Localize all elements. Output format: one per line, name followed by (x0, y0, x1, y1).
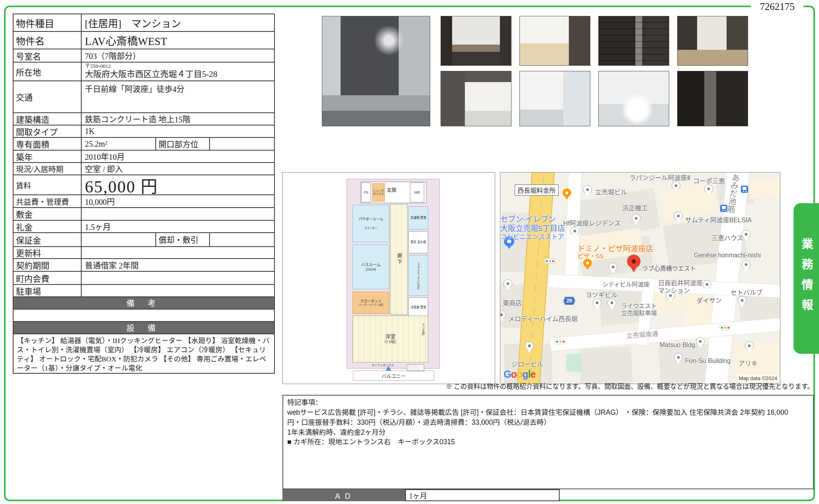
address: 大阪府大阪市西区立売堀４丁目5-28 (85, 69, 271, 79)
row-label: 号室名 (14, 49, 82, 62)
row-label: 共益費・管理費 (14, 195, 82, 207)
table-row: 号室名 703（7階部分） (14, 49, 274, 63)
map-label: セトバルブ (731, 287, 762, 297)
row-value (82, 247, 274, 258)
row-label: 築年 (14, 151, 82, 162)
logo-letter: o (517, 369, 522, 380)
table-row: 物件種目 [住居用] マンション (14, 14, 274, 32)
restaurant-pin-icon (583, 259, 592, 267)
map-label: Genêse honmachi-nishi (694, 252, 761, 259)
place-pin-icon (674, 212, 683, 220)
fridge-space: 冷蔵庫 置場 (408, 297, 428, 318)
table-row: 専有面積 25.2m² 開口部方位 (14, 138, 274, 151)
row-value: 2010年10月 (82, 151, 274, 162)
map-block (748, 178, 780, 199)
row-value (82, 208, 274, 220)
row-label: 更新料 (14, 247, 82, 258)
notes-section-header: 備 考 (14, 297, 274, 310)
special-notes-line: webサービス広告掲載 [許可]・チラシ、雑誌等掲載広告 [許可]・保証会社：日… (287, 408, 809, 418)
map-label: 三恵ハウス (711, 233, 743, 242)
place-pin-icon (593, 298, 602, 307)
water-heater: 電気 温水器 (408, 231, 428, 253)
notes-empty-row (14, 310, 274, 322)
row-value: 鉄筋コンクリート造 地上15階 (82, 113, 274, 125)
map-panel: 29 西長堀料金所 立売堀ビル 浜正機工 ラパンジール阿波座Ⅱ コーポ三恵 セブ… (500, 172, 780, 384)
hallway: 廊下 (390, 204, 408, 315)
place-pin-icon (525, 341, 534, 350)
row-label: 物件名 (14, 32, 82, 49)
row-label: 間取タイプ (14, 126, 82, 137)
row-label-2: 償却・敷引 (156, 233, 210, 246)
map-label: マンション (658, 285, 690, 295)
logo-letter: G (504, 369, 511, 380)
map-label: Hf阿波座レジデンス (563, 218, 621, 227)
row-value: LAV心斎橋WEST (82, 32, 274, 49)
map-label: 東商店 (503, 298, 522, 307)
table-row: 更新料 (14, 247, 274, 259)
google-logo: Google (504, 369, 535, 380)
equipment-section-header: 設 備 (14, 322, 274, 334)
row-value: 千日前線「阿波座」徒歩4分 (82, 81, 274, 112)
property-flyer-page: 7262175 物件種目 [住居用] マンション 物件名 LAV心斎橋WEST … (0, 0, 819, 504)
row-label: 専有面積 (14, 138, 82, 150)
row-label: 所在地 (14, 63, 82, 80)
bathroom-label: バスルーム (361, 263, 381, 267)
table-row: 共益費・管理費 10,000円 (14, 195, 274, 208)
row-value-2 (210, 233, 274, 246)
special-notes-box: 特記事項： webサービス広告掲載 [許可]・チラシ、雑誌等掲載広告 [許可]・… (282, 395, 814, 489)
pipe-space: PS (361, 182, 371, 202)
map-label: ジロービル (511, 359, 543, 369)
rent-value: 65,000 円 (82, 175, 274, 194)
place-pin-icon (609, 263, 617, 271)
row-value: [住居用] マンション (82, 14, 274, 31)
map-label-seven-eleven-3: コンビニエンスストア (500, 231, 564, 241)
property-location-pin-icon (627, 255, 641, 268)
logo-letter: e (530, 369, 535, 380)
row-value-2 (210, 138, 274, 150)
map-label: 浜正機工 (622, 203, 648, 212)
table-row: 敷金 (14, 208, 274, 221)
system-kitchen: システムキッチン(1350) (408, 255, 428, 296)
bathroom-size: (1014) (366, 267, 376, 271)
map-label: メロディーハイム西長堀 (508, 314, 578, 323)
photo-closet-interior (677, 71, 748, 126)
notes-value (14, 310, 274, 321)
row-label: 駐車場 (14, 285, 82, 296)
entrance-label: 玄関 (387, 188, 396, 193)
row-value: 普通借家 2年間 (82, 259, 274, 271)
map-label: ヨツギビル (586, 290, 617, 299)
place-pin-icon (745, 341, 754, 350)
map-label-tollgate: 西長堀料金所 (515, 184, 558, 196)
photo-kitchen (441, 71, 511, 126)
main-room: 洋室 （7.0帖） (353, 316, 428, 363)
place-pin-icon (672, 181, 680, 190)
business-info-tab: 業務情報 (794, 203, 819, 354)
place-pin-icon (738, 296, 747, 305)
map-label: Fon-Su Building (685, 357, 731, 365)
hallway-label: 廊下 (396, 253, 402, 266)
logo-letter: o (511, 369, 516, 380)
ad-label: ＡＤ (282, 489, 405, 501)
place-pin-icon (504, 279, 512, 288)
table-row: 保証金 償却・敷引 (14, 233, 274, 247)
row-label: 現況/入居時期 (14, 163, 82, 175)
row-label-2: 開口部方位 (156, 138, 210, 150)
row-label: 保証金 (14, 233, 82, 246)
equipment-text: 【キッチン】 給湯器（電気）・IHクッキングヒーター 【水廻り】 浴室乾燥機・バ… (14, 334, 274, 373)
meter-box: MB (410, 182, 424, 202)
special-notes-line: 円・口座振替手数料：330円（税込/月額）・退去時清掃費：33,000円（税込/… (287, 418, 809, 428)
photo-room-interior (519, 16, 590, 66)
ad-value: 1ヶ月 (405, 489, 560, 501)
row-value: 〒550-0012 大阪府大阪市西区立売堀４丁目5-28 (82, 63, 274, 80)
main-room-label: 洋室 (385, 334, 396, 340)
row-label: 賃料 (14, 175, 82, 194)
place-pin-icon (607, 298, 616, 307)
row-value: 703（7階部分） (82, 49, 274, 62)
row-value (82, 233, 156, 246)
map-green-area (566, 354, 582, 372)
traffic-light-icon (544, 259, 555, 264)
washer-space: 洗濯機 置場 (408, 206, 428, 229)
closet-sub-label: （ハンガーパイプ・2段） (357, 304, 384, 306)
balcony: バルコニー (353, 371, 434, 381)
map-label: 立売堀ビル (595, 187, 627, 196)
